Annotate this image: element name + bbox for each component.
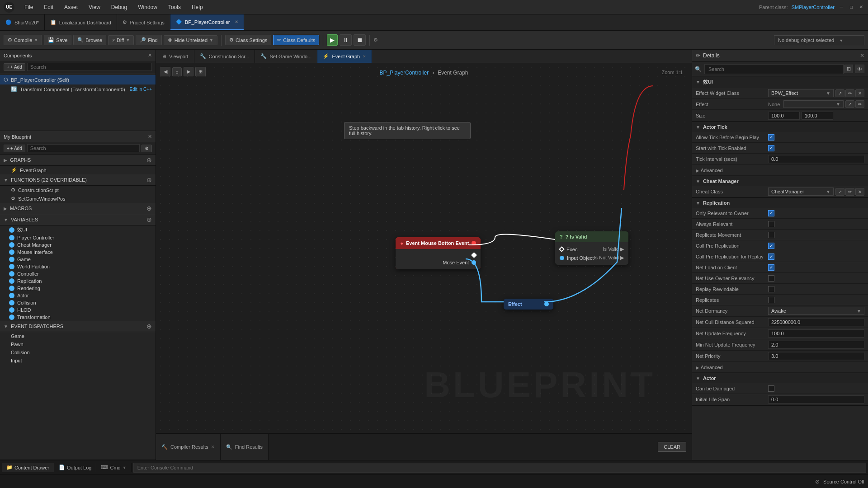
menu-debug[interactable]: Debug — [108, 2, 130, 12]
var-hlod[interactable]: HLOD — [0, 306, 156, 314]
event-tab-close[interactable]: ✕ — [363, 54, 366, 59]
graph-tab-construction[interactable]: 🔧 Construction Scr... — [194, 50, 255, 63]
nav-forward-button[interactable]: ▶ — [184, 67, 193, 76]
hide-unrelated-button[interactable]: 👁 Hide Unrelated ▼ — [164, 35, 217, 45]
isvalid-exec-in[interactable] — [559, 246, 565, 252]
cheat-class-dropdown[interactable]: CheatManager ▼ — [768, 188, 834, 196]
details-search-input[interactable] — [704, 64, 844, 74]
variables-section-header[interactable]: ▼ VARIABLES ⊕ — [0, 214, 156, 225]
macros-section-header[interactable]: ▶ MACROS ⊕ — [0, 203, 156, 214]
details-close[interactable]: ✕ — [860, 52, 864, 59]
play-button[interactable]: ▶ — [327, 34, 338, 46]
cheat-class-edit[interactable]: ✏ — [845, 188, 854, 196]
menu-window[interactable]: Window — [135, 2, 160, 12]
var-cheat-manager[interactable]: Cheat Manager — [0, 241, 156, 249]
tab-bp-close[interactable]: ✕ — [235, 19, 238, 24]
stop-button[interactable]: ⏹ — [354, 34, 366, 46]
effect-widget-dropdown[interactable]: BPW_Effect ▼ — [768, 89, 834, 97]
graph-viewport[interactable]: ◀ ⌂ ▶ ⊞ BP_PlayerController › Event Grap… — [156, 63, 692, 433]
edit-cpp-button[interactable]: Edit in C++ — [130, 87, 152, 92]
always-relevant-cb[interactable] — [768, 221, 774, 227]
close-button[interactable]: ✕ — [858, 4, 864, 10]
nav-home-button[interactable]: ⌂ — [172, 67, 182, 76]
var-effect-ui[interactable]: 效UI — [0, 225, 156, 234]
browse-button[interactable]: 🔍 Browse — [73, 35, 106, 45]
tab-project-settings[interactable]: ⚙ Project Settings — [117, 14, 170, 30]
components-panel-close[interactable]: ✕ — [148, 52, 152, 58]
console-tab-cmd[interactable]: ⌨ Cmd ▼ — [96, 463, 131, 472]
only-relevant-cb[interactable] — [768, 210, 774, 216]
tab-localization[interactable]: 📋 Localization Dashboard — [45, 14, 117, 30]
components-search[interactable] — [27, 63, 152, 71]
effect-widget-nav[interactable]: ↗ — [835, 89, 844, 97]
debug-selector[interactable]: No debug object selected ▼ — [774, 35, 864, 45]
nav-expand-button[interactable]: ⊞ — [195, 67, 206, 76]
components-add-button[interactable]: + + Add — [4, 63, 25, 71]
actor-tick-header[interactable]: ▼ Actor Tick — [692, 122, 868, 132]
effect-edit[interactable]: ✏ — [855, 100, 864, 108]
class-settings-button[interactable]: ⚙ Class Settings — [225, 35, 271, 45]
components-panel-header[interactable]: Components ✕ — [0, 50, 156, 61]
call-pre-rep-replay-cb[interactable] — [768, 253, 774, 260]
cheat-class-clear[interactable]: ✕ — [855, 188, 864, 196]
blueprint-panel-close[interactable]: ✕ — [148, 134, 152, 140]
blueprint-search[interactable] — [27, 144, 140, 152]
effect-nav[interactable]: ↗ — [845, 100, 854, 108]
rep-advanced-expand[interactable]: ▶ — [696, 365, 701, 370]
menu-tools[interactable]: Tools — [165, 2, 184, 12]
construction-script-item[interactable]: ⚙ ConstructionScript — [0, 186, 156, 194]
clear-button[interactable]: CLEAR — [658, 442, 686, 452]
effect-out-pin[interactable] — [544, 302, 549, 306]
details-grid-btn[interactable]: ⊞ — [844, 65, 853, 73]
set-game-window-item[interactable]: ⚙ SetGameWindowPos — [0, 194, 156, 203]
nav-back-button[interactable]: ◀ — [160, 67, 170, 76]
event-graph-item[interactable]: ⚡ EventGraph — [0, 166, 156, 174]
graphs-section-header[interactable]: ▶ GRAPHS ⊕ — [0, 155, 156, 166]
maximize-button[interactable]: □ — [848, 4, 854, 10]
ed-collision[interactable]: Collision — [0, 348, 156, 357]
initial-life-span-input[interactable] — [768, 395, 864, 404]
variables-add[interactable]: ⊕ — [146, 216, 152, 223]
parent-class-value[interactable]: SMPlayerController — [792, 5, 835, 10]
event-dispatchers-add[interactable]: ⊕ — [146, 323, 152, 330]
console-input[interactable] — [133, 463, 866, 473]
graphs-add[interactable]: ⊕ — [146, 156, 152, 164]
ed-pawn[interactable]: Pawn — [0, 340, 156, 348]
effect-node[interactable]: Effect — [504, 299, 553, 310]
event-dispatchers-header[interactable]: ▼ EVENT DISPATCHERS ⊕ — [0, 321, 156, 332]
allow-tick-checkbox[interactable] — [768, 134, 774, 141]
min-net-update-input[interactable] — [768, 341, 864, 349]
graph-tab-event[interactable]: ⚡ Event Graph ✕ — [317, 50, 372, 63]
replay-rewindable-cb[interactable] — [768, 286, 774, 292]
menu-help[interactable]: Help — [189, 2, 206, 12]
can-be-damaged-cb[interactable] — [768, 385, 774, 392]
functions-section-header[interactable]: ▼ FUNCTIONS (22 OVERRIDABLE) ⊕ — [0, 174, 156, 186]
graph-tab-setgame[interactable]: 🔧 Set Game Windo... — [255, 50, 317, 63]
var-transformation[interactable]: Transformation — [0, 314, 156, 321]
var-actor[interactable]: Actor — [0, 292, 156, 299]
var-replication[interactable]: Replication — [0, 277, 156, 285]
ed-game[interactable]: Game — [0, 332, 156, 340]
var-collision[interactable]: Collision — [0, 299, 156, 306]
replicate-movement-cb[interactable] — [768, 232, 774, 238]
input-object-pin[interactable] — [560, 256, 564, 260]
diff-button[interactable]: ≠ Diff ▼ — [108, 35, 134, 45]
effect-ui-section-header[interactable]: ▼ 效UI — [692, 76, 868, 88]
graph-tab-viewport[interactable]: 🖥 Viewport — [156, 50, 194, 63]
mouse-event-pin[interactable] — [472, 260, 476, 265]
details-eye-btn[interactable]: 👁 — [855, 65, 864, 73]
ed-input[interactable]: Input — [0, 357, 156, 365]
blueprint-settings-button[interactable]: ⚙ — [142, 145, 152, 152]
component-root[interactable]: ⬡ BP_PlayerController (Self) — [0, 75, 156, 84]
effect-dropdown[interactable]: ▼ — [783, 100, 844, 108]
var-game[interactable]: Game — [0, 256, 156, 263]
var-world-partition[interactable]: World Partition — [0, 263, 156, 270]
compiler-results-tab[interactable]: 🔨 Compiler Results ✕ — [156, 434, 221, 460]
replication-header[interactable]: ▼ Replication — [692, 198, 868, 208]
exec-out-pin[interactable] — [471, 252, 477, 258]
net-update-freq-input[interactable] — [768, 329, 864, 338]
class-defaults-button[interactable]: ✏ Class Defaults — [273, 35, 319, 45]
compile-button[interactable]: ⚙ Compile ▼ — [4, 35, 42, 45]
var-player-controller[interactable]: Player Controller — [0, 234, 156, 241]
minimize-button[interactable]: ─ — [838, 4, 844, 10]
